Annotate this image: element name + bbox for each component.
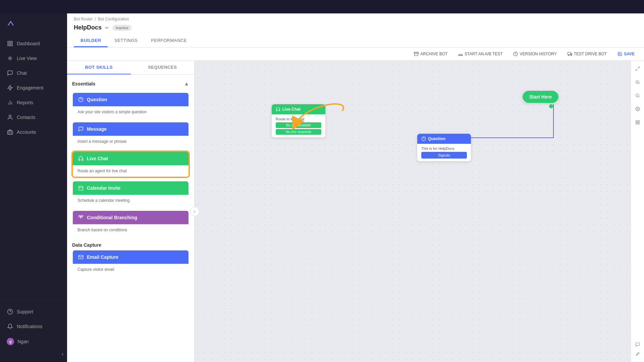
panel-collapse-button[interactable]: ‹ bbox=[190, 207, 199, 216]
svg-rect-17 bbox=[568, 52, 571, 55]
question-node-body: This is for HelpDocs Signals bbox=[417, 144, 471, 161]
sidebar-label-contacts: Contacts bbox=[17, 115, 35, 120]
sidebar-item-dashboard[interactable]: Dashboard bbox=[0, 36, 67, 51]
skill-card-email[interactable]: Email Capture Capture visitor email bbox=[72, 250, 189, 276]
sidebar-item-user[interactable]: g Ngan bbox=[0, 334, 67, 349]
question-node[interactable]: Question This is for HelpDocs Signals bbox=[417, 134, 471, 161]
zoom-in-button[interactable] bbox=[633, 77, 642, 87]
svg-point-19 bbox=[568, 55, 569, 56]
zoom-out-button[interactable] bbox=[633, 91, 642, 100]
livechat-btn-no-responds[interactable]: No one responds bbox=[276, 129, 321, 135]
svg-rect-42 bbox=[636, 123, 637, 124]
test-drive-label: TEST DRIVE BOT bbox=[574, 52, 607, 56]
liveview-icon bbox=[7, 55, 13, 62]
settings-panel-button[interactable] bbox=[633, 104, 642, 114]
panel-tab-sequences[interactable]: SEQUENCES bbox=[131, 61, 195, 74]
page-title: HelpDocs bbox=[74, 24, 102, 31]
contacts-icon bbox=[7, 114, 13, 121]
sidebar-bottom: Support Notifications g Ngan ‹ bbox=[0, 301, 67, 359]
sidebar-item-notifications[interactable]: Notifications bbox=[0, 319, 67, 334]
minimize-button[interactable] bbox=[633, 349, 642, 359]
left-panel: BOT SKILLS SEQUENCES Essentials ▲ bbox=[67, 61, 195, 362]
conditional-card-icon bbox=[77, 214, 84, 221]
skill-card-livechat[interactable]: Live Chat Route an agent for live chat bbox=[72, 151, 189, 177]
sidebar-item-accounts[interactable]: Accounts bbox=[0, 125, 67, 139]
calendar-card-header: Calendar Invite bbox=[73, 181, 189, 195]
panel-content: Essentials ▲ Question Ask your site visi… bbox=[67, 75, 194, 362]
skill-card-conditional[interactable]: Conditional Branching Branch based on co… bbox=[72, 210, 189, 236]
archive-bot-button[interactable]: ARCHIVE BOT bbox=[411, 50, 450, 58]
livechat-node-header: Live Chat bbox=[272, 104, 325, 114]
tab-builder[interactable]: BUILDER bbox=[74, 35, 108, 47]
sidebar: Dashboard Live View Chat Engagement Repo… bbox=[0, 13, 67, 362]
panel-tab-bot-skills[interactable]: BOT SKILLS bbox=[67, 61, 131, 74]
sidebar-item-reports[interactable]: Reports bbox=[0, 95, 67, 110]
email-card-icon bbox=[77, 254, 84, 260]
sidebar-label-liveview: Live View bbox=[17, 56, 37, 61]
save-button[interactable]: SAVE bbox=[615, 50, 637, 58]
question-node-button[interactable]: Signals bbox=[421, 152, 467, 159]
calendar-card-body: Schedule a calendar meeting bbox=[73, 195, 189, 206]
notifications-icon bbox=[7, 323, 13, 330]
chat-icon bbox=[7, 70, 13, 76]
right-panel bbox=[631, 61, 644, 362]
sidebar-collapse-button[interactable]: ‹ bbox=[0, 349, 67, 359]
canvas[interactable]: Start Here Question This is for HelpDocs… bbox=[195, 61, 631, 362]
svg-point-10 bbox=[9, 115, 11, 117]
version-history-button[interactable]: VERSION HISTORY bbox=[511, 50, 559, 58]
question-card-icon bbox=[77, 96, 84, 103]
question-card-title: Question bbox=[87, 97, 107, 102]
tab-settings[interactable]: SETTINGS bbox=[108, 35, 144, 47]
svg-point-4 bbox=[9, 58, 11, 59]
email-card-header: Email Capture bbox=[73, 250, 189, 264]
status-badge: Inactive bbox=[112, 25, 132, 31]
svg-point-38 bbox=[637, 108, 638, 110]
grid-view-button[interactable] bbox=[633, 118, 642, 127]
breadcrumb-parent[interactable]: Bot Roster bbox=[74, 17, 93, 21]
reports-icon bbox=[7, 99, 13, 106]
sidebar-item-contacts[interactable]: Contacts bbox=[0, 110, 67, 125]
car-icon bbox=[568, 52, 572, 56]
livechat-node-icon bbox=[276, 107, 280, 112]
svg-line-29 bbox=[638, 67, 639, 68]
dashboard-icon bbox=[7, 40, 13, 47]
essentials-title: Essentials bbox=[72, 81, 95, 86]
skill-card-message[interactable]: Message Insert a message or phrase bbox=[72, 122, 189, 148]
question-card-body: Ask your site visitors a simple question bbox=[73, 106, 189, 118]
livechat-card-header: Live Chat bbox=[73, 152, 189, 165]
header-tabs: BUILDER SETTINGS PERFORMANCE bbox=[74, 35, 637, 47]
breadcrumb-separator: / bbox=[95, 17, 96, 21]
sidebar-label-accounts: Accounts bbox=[17, 129, 36, 135]
sidebar-label-reports: Reports bbox=[17, 100, 33, 105]
message-card-header: Message bbox=[73, 122, 189, 136]
sidebar-item-engagement[interactable]: Engagement bbox=[0, 80, 67, 95]
app-logo[interactable] bbox=[0, 17, 67, 36]
sidebar-item-liveview[interactable]: Live View bbox=[0, 51, 67, 66]
ab-test-button[interactable]: START AN A/B TEST bbox=[455, 50, 505, 58]
sidebar-label-notifications: Notifications bbox=[17, 324, 42, 329]
sidebar-label-chat: Chat bbox=[17, 70, 27, 76]
question-card-header: Question bbox=[73, 93, 189, 106]
connection-lines bbox=[195, 61, 631, 362]
sidebar-item-support[interactable]: Support bbox=[0, 304, 67, 319]
skill-card-calendar[interactable]: Calendar Invite Schedule a calendar meet… bbox=[72, 181, 189, 207]
version-label: VERSION HISTORY bbox=[520, 52, 556, 56]
builder-layout: BOT SKILLS SEQUENCES Essentials ▲ bbox=[67, 61, 644, 362]
page-title-row: HelpDocs ✏ Inactive bbox=[74, 24, 637, 31]
svg-rect-41 bbox=[638, 123, 639, 124]
email-card-title: Email Capture bbox=[87, 254, 118, 260]
livechat-card-icon bbox=[77, 155, 84, 162]
svg-rect-39 bbox=[636, 121, 637, 122]
livechat-node[interactable]: Live Chat Route to live chat No one avai… bbox=[272, 104, 325, 137]
tab-performance[interactable]: PERFORMANCE bbox=[144, 35, 194, 47]
livechat-btn-no-available[interactable]: No one available bbox=[276, 122, 321, 128]
sidebar-item-chat[interactable]: Chat bbox=[0, 66, 67, 80]
skill-card-question[interactable]: Question Ask your site visitors a simple… bbox=[72, 92, 189, 118]
test-drive-button[interactable]: TEST DRIVE BOT bbox=[565, 50, 609, 58]
livechat-card-body: Route an agent for live chat bbox=[73, 165, 189, 177]
essentials-toggle[interactable]: ▲ bbox=[184, 81, 189, 87]
svg-rect-40 bbox=[638, 121, 639, 122]
chat-panel-button[interactable] bbox=[633, 340, 642, 349]
fullscreen-button[interactable] bbox=[633, 64, 642, 73]
edit-icon[interactable]: ✏ bbox=[105, 25, 109, 31]
